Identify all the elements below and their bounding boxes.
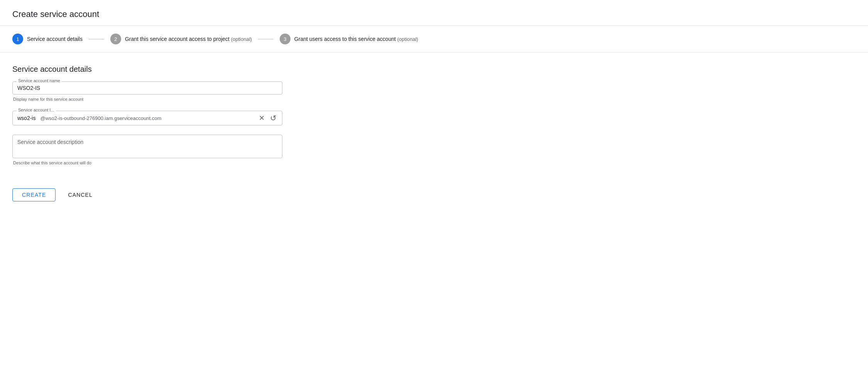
- name-float-label: Service account name: [17, 78, 62, 83]
- service-account-description-input[interactable]: [17, 139, 277, 153]
- cancel-button[interactable]: CANCEL: [59, 189, 102, 201]
- step-2: 2 Grant this service account access to p…: [110, 34, 252, 44]
- stepper-bar: 1 Service account details 2 Grant this s…: [0, 26, 868, 52]
- description-wrapper: [12, 135, 282, 158]
- clear-id-button[interactable]: ✕: [258, 113, 265, 123]
- description-hint: Describe what this service account will …: [12, 161, 282, 165]
- page-title: Create service account: [12, 9, 856, 19]
- id-float-label: Service account I...: [17, 108, 56, 112]
- step-1: 1 Service account details: [12, 34, 83, 44]
- name-form-group: Service account name Display name for th…: [12, 81, 282, 101]
- step-3: 3 Grant users access to this service acc…: [280, 34, 418, 44]
- step-1-label: Service account details: [27, 36, 83, 42]
- close-icon: ✕: [259, 114, 265, 122]
- service-id-suffix: @wso2-is-outbound-276900.iam.gserviceacc…: [39, 112, 258, 125]
- step-divider-1: [89, 39, 104, 39]
- refresh-id-button[interactable]: ↺: [269, 113, 277, 123]
- step-1-circle: 1: [12, 34, 23, 44]
- service-id-prefix: wso2-is: [13, 111, 39, 125]
- content-area: Service account details Service account …: [0, 52, 868, 214]
- description-form-group: Describe what this service account will …: [12, 135, 282, 165]
- page-header: Create service account: [0, 0, 868, 26]
- step-2-circle: 2: [110, 34, 121, 44]
- section-title: Service account details: [12, 65, 856, 74]
- id-form-group: Service account I... wso2-is @wso2-is-ou…: [12, 111, 282, 125]
- service-id-actions: ✕ ↺: [258, 113, 282, 123]
- name-hint: Display name for this service account: [12, 97, 282, 101]
- step-2-optional: (optional): [231, 36, 252, 42]
- step-3-optional: (optional): [397, 36, 418, 42]
- service-id-wrapper: Service account I... wso2-is @wso2-is-ou…: [12, 111, 282, 125]
- create-button[interactable]: CREATE: [12, 188, 56, 201]
- refresh-icon: ↺: [270, 113, 277, 123]
- step-2-label: Grant this service account access to pro…: [125, 36, 252, 42]
- step-divider-2: [258, 39, 274, 39]
- service-account-name-input[interactable]: [17, 85, 277, 91]
- actions-bar: CREATE CANCEL: [12, 181, 856, 201]
- name-input-wrapper: Service account name: [12, 81, 282, 95]
- step-3-label: Grant users access to this service accou…: [294, 36, 418, 42]
- step-3-circle: 3: [280, 34, 290, 44]
